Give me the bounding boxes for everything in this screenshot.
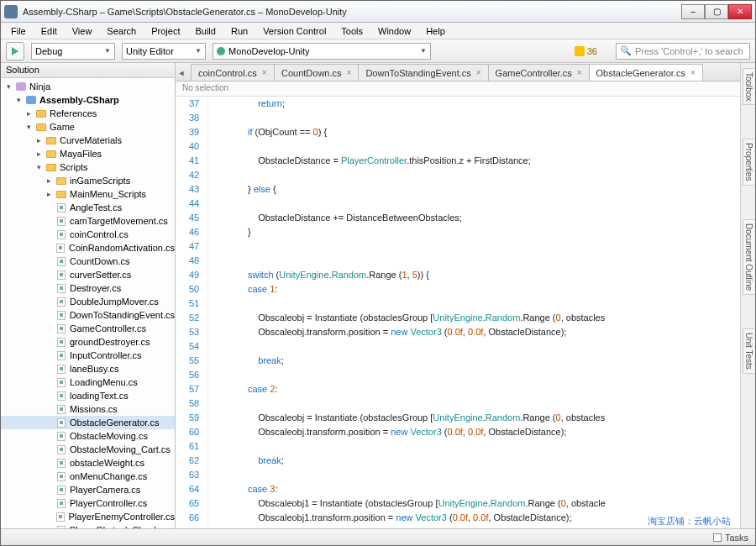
configuration-value: Debug — [35, 46, 62, 56]
file-downtostandingevent-cs[interactable]: DownToStandingEvent.cs — [1, 308, 175, 322]
file-curversetter-cs[interactable]: curverSetter.cs — [1, 268, 175, 281]
tab-close-icon[interactable]: × — [476, 68, 481, 77]
rail-properties[interactable]: Properties — [743, 139, 754, 186]
solution-header: Solution — [1, 63, 175, 78]
tasks-button[interactable]: Tasks — [713, 533, 748, 543]
tab-nav-prev[interactable]: ◄ — [176, 66, 186, 81]
minimize-button[interactable]: – — [681, 4, 705, 19]
menu-edit[interactable]: Edit — [34, 24, 64, 38]
close-button[interactable]: ✕ — [728, 4, 752, 19]
rail-document-outline[interactable]: Document Outline — [743, 219, 754, 295]
file-playercontroller-cs[interactable]: PlayerController.cs — [1, 496, 175, 510]
menu-build[interactable]: Build — [188, 24, 222, 38]
watermark-text: 淘宝店铺：云帆小站 — [648, 515, 731, 528]
folder-scripts[interactable]: ▾Scripts — [1, 160, 175, 174]
file-playercamera-cs[interactable]: PlayerCamera.cs — [1, 483, 175, 496]
target-value: Unity Editor — [126, 46, 174, 56]
file-camtargetmovement-cs[interactable]: camTargetMovement.cs — [1, 214, 175, 228]
tab-coincontrol-cs[interactable]: coinControl.cs× — [191, 64, 275, 81]
chevron-down-icon: ▼ — [420, 47, 427, 55]
search-placeholder: Press 'Control+,' to search — [635, 46, 743, 56]
project-assembly[interactable]: ▾Assembly-CSharp — [1, 93, 175, 107]
file-missions-cs[interactable]: Missions.cs — [1, 402, 175, 416]
target-select[interactable]: Unity Editor ▼ — [122, 43, 206, 60]
app-icon — [4, 5, 18, 18]
configuration-select[interactable]: Debug ▼ — [31, 43, 115, 60]
menu-help[interactable]: Help — [419, 24, 452, 38]
rail-toolbox[interactable]: Toolbox — [743, 68, 754, 105]
toolbar: Debug ▼ Unity Editor ▼ MonoDevelop-Unity… — [1, 39, 755, 63]
file-obstaclegenerator-cs[interactable]: ObstacleGenerator.cs — [1, 416, 175, 429]
window-title: Assembly-CSharp – Game\Scripts\ObstacleG… — [23, 7, 681, 17]
warnings-indicator[interactable]: 36 — [570, 46, 602, 56]
tab-countdown-cs[interactable]: CountDown.cs× — [274, 64, 359, 81]
menu-version-control[interactable]: Version Control — [256, 24, 333, 38]
chevron-down-icon: ▼ — [104, 47, 111, 55]
chevron-down-icon: ▼ — [195, 47, 202, 55]
code-source[interactable]: return; if (ObjCount == 0) { ObstacleDis… — [208, 97, 606, 528]
breadcrumb[interactable]: No selection — [176, 81, 740, 97]
tab-downtostandingevent-cs[interactable]: DownToStandingEvent.cs× — [358, 64, 488, 81]
statusbar: Tasks — [1, 528, 755, 545]
search-icon: 🔍 — [620, 45, 632, 56]
editor-area: ◄ coinControl.cs×CountDown.cs×DownToStan… — [176, 63, 740, 528]
line-gutter: 3738394041424344454647484950515253545556… — [176, 97, 208, 528]
folder-mayafiles[interactable]: ▸MayaFiles — [1, 147, 175, 160]
svg-marker-0 — [12, 47, 18, 55]
file-onmenuchange-cs[interactable]: onMenuChange.cs — [1, 470, 175, 483]
tab-close-icon[interactable]: × — [347, 68, 352, 77]
rail-unit-tests[interactable]: Unit Tests — [743, 328, 754, 374]
code-editor[interactable]: 3738394041424344454647484950515253545556… — [176, 97, 740, 528]
warnings-count: 36 — [587, 46, 597, 56]
tab-obstaclegenerator-cs[interactable]: ObstacleGenerator.cs× — [589, 64, 703, 81]
file-loadingmenu-cs[interactable]: LoadingMenu.cs — [1, 375, 175, 389]
file-lanebusy-cs[interactable]: laneBusy.cs — [1, 362, 175, 375]
tasks-icon — [713, 533, 722, 542]
menubar: FileEditViewSearchProjectBuildRunVersion… — [1, 23, 755, 39]
solution-tree[interactable]: ▾Ninja▾Assembly-CSharp▸References▾Game▸C… — [1, 78, 175, 528]
device-select[interactable]: MonoDevelop-Unity ▼ — [213, 43, 431, 60]
search-input[interactable]: 🔍 Press 'Control+,' to search — [616, 43, 750, 60]
folder-mainmenuscripts[interactable]: ▸MainMenu_Scripts — [1, 187, 175, 201]
run-button[interactable] — [6, 42, 24, 60]
play-icon — [11, 47, 19, 55]
solution-root[interactable]: ▾Ninja — [1, 80, 175, 93]
editor-tabstrip: ◄ coinControl.cs×CountDown.cs×DownToStan… — [176, 63, 740, 81]
file-obstacleweight-cs[interactable]: obstacleWeight.cs — [1, 456, 175, 470]
menu-file[interactable]: File — [4, 24, 33, 38]
tab-close-icon[interactable]: × — [577, 68, 582, 77]
warning-icon — [575, 46, 585, 56]
menu-view[interactable]: View — [66, 24, 99, 38]
folder-curvematerials[interactable]: ▸CurveMaterials — [1, 134, 175, 147]
file-grounddestroyer-cs[interactable]: groundDestroyer.cs — [1, 335, 175, 349]
file-coincontrol-cs[interactable]: coinControl.cs — [1, 228, 175, 241]
menu-run[interactable]: Run — [224, 24, 255, 38]
menu-tools[interactable]: Tools — [334, 24, 370, 38]
folder-references[interactable]: ▸References — [1, 107, 175, 120]
file-doublejumpmover-cs[interactable]: DoubleJumpMover.cs — [1, 295, 175, 308]
tab-close-icon[interactable]: × — [690, 68, 696, 77]
tab-close-icon[interactable]: × — [262, 68, 267, 77]
solution-panel: Solution ▾Ninja▾Assembly-CSharp▸Referenc… — [1, 63, 176, 528]
right-rail: ToolboxPropertiesDocument OutlineUnit Te… — [740, 63, 755, 528]
menu-project[interactable]: Project — [144, 24, 186, 38]
file-loadingtext-cs[interactable]: loadingText.cs — [1, 389, 175, 402]
file-obstaclemoving-cs[interactable]: ObstacleMoving.cs — [1, 429, 175, 443]
file-destroyer-cs[interactable]: Destroyer.cs — [1, 281, 175, 295]
maximize-button[interactable]: ▢ — [705, 4, 728, 19]
file-playerenemycontroller-cs[interactable]: PlayerEnemyController.cs — [1, 510, 175, 523]
folder-game[interactable]: ▾Game — [1, 120, 175, 134]
device-value: MonoDevelop-Unity — [228, 46, 310, 56]
file-countdown-cs[interactable]: CountDown.cs — [1, 255, 175, 268]
file-obstaclemoving_cart-cs[interactable]: ObstacleMoving_Cart.cs — [1, 443, 175, 456]
window-titlebar: Assembly-CSharp – Game\Scripts\ObstacleG… — [1, 1, 755, 23]
file-angletest-cs[interactable]: AngleTest.cs — [1, 201, 175, 214]
file-coinrandomactivation-cs[interactable]: CoinRandomActivation.cs — [1, 241, 175, 255]
folder-ingamescripts[interactable]: ▸inGameScripts — [1, 174, 175, 187]
menu-window[interactable]: Window — [371, 24, 417, 38]
file-gamecontroller-cs[interactable]: GameController.cs — [1, 322, 175, 335]
file-inputcontroller-cs[interactable]: InputController.cs — [1, 349, 175, 362]
tab-gamecontroller-cs[interactable]: GameController.cs× — [488, 64, 590, 81]
menu-search[interactable]: Search — [100, 24, 143, 38]
